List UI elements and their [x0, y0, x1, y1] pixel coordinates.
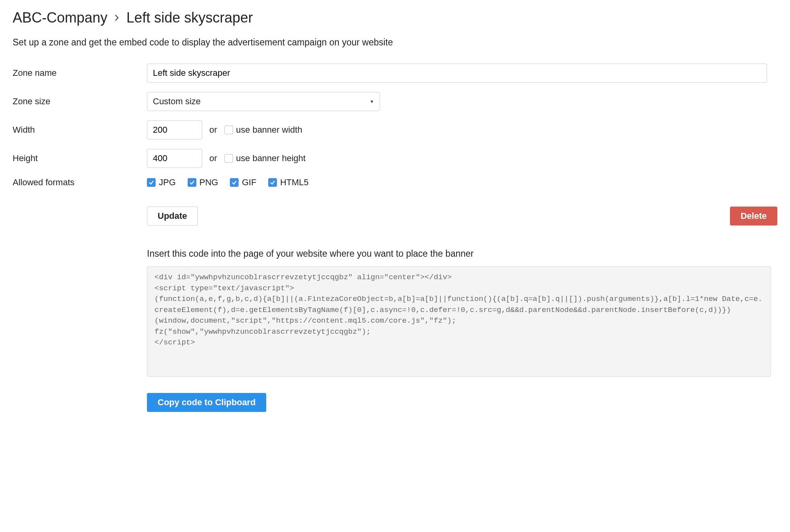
- format-png-label: PNG: [199, 177, 218, 188]
- checkbox-checked-icon: [268, 178, 277, 187]
- page-subtitle: Set up a zone and get the embed code to …: [13, 37, 777, 48]
- use-banner-width-label: use banner width: [236, 125, 303, 135]
- zone-name-input[interactable]: [147, 64, 767, 83]
- zone-name-label: Zone name: [13, 68, 147, 78]
- embed-code-textarea[interactable]: [147, 266, 771, 377]
- width-label: Width: [13, 125, 147, 135]
- zone-size-value: Custom size: [153, 96, 201, 107]
- copy-code-button[interactable]: Copy code to Clipboard: [147, 393, 266, 412]
- chevron-right-icon: [115, 15, 119, 21]
- breadcrumb-zone: Left side skyscraper: [126, 9, 253, 26]
- update-button[interactable]: Update: [147, 207, 198, 226]
- format-gif-label: GIF: [242, 177, 256, 188]
- breadcrumb-company[interactable]: ABC-Company: [13, 9, 107, 26]
- format-html5-checkbox[interactable]: HTML5: [268, 177, 308, 188]
- width-or-text: or: [209, 125, 217, 135]
- format-jpg-checkbox[interactable]: JPG: [147, 177, 176, 188]
- chevron-down-icon: ▼: [370, 99, 374, 104]
- breadcrumb: ABC-Company Left side skyscraper: [13, 9, 777, 26]
- allowed-formats-label: Allowed formats: [13, 177, 147, 188]
- height-input[interactable]: [147, 149, 202, 168]
- format-html5-label: HTML5: [280, 177, 308, 188]
- format-gif-checkbox[interactable]: GIF: [230, 177, 256, 188]
- checkbox-icon: [224, 154, 233, 163]
- checkbox-checked-icon: [147, 178, 156, 187]
- delete-button[interactable]: Delete: [730, 207, 777, 226]
- insert-code-label: Insert this code into the page of your w…: [147, 248, 771, 259]
- format-png-checkbox[interactable]: PNG: [188, 177, 218, 188]
- width-input[interactable]: [147, 120, 202, 139]
- use-banner-width-checkbox[interactable]: use banner width: [224, 125, 303, 135]
- use-banner-height-checkbox[interactable]: use banner height: [224, 153, 306, 164]
- height-or-text: or: [209, 153, 217, 164]
- height-label: Height: [13, 153, 147, 164]
- checkbox-checked-icon: [230, 178, 239, 187]
- format-jpg-label: JPG: [159, 177, 176, 188]
- use-banner-height-label: use banner height: [236, 153, 306, 164]
- checkbox-checked-icon: [188, 178, 196, 187]
- zone-size-select[interactable]: Custom size ▼: [147, 92, 380, 111]
- checkbox-icon: [224, 126, 233, 134]
- zone-size-label: Zone size: [13, 96, 147, 107]
